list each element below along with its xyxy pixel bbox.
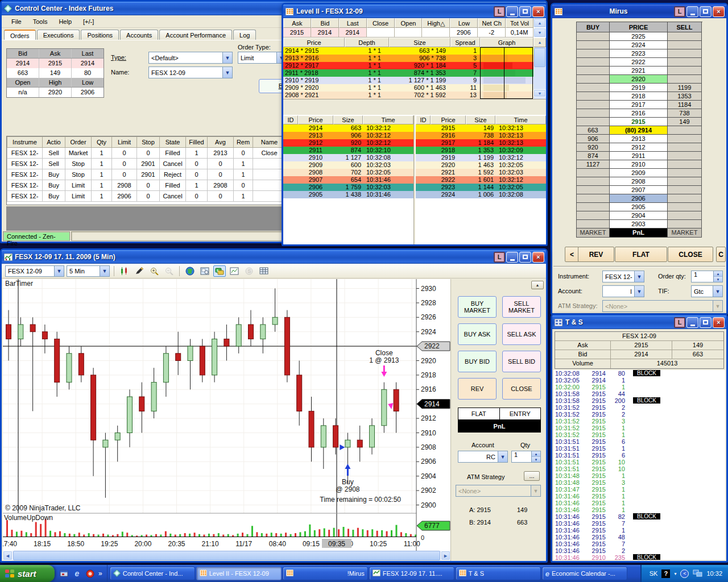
- mirus-price-cell[interactable]: 2922: [610, 58, 668, 66]
- mirus-sell-cell[interactable]: [668, 186, 702, 194]
- tape-row[interactable]: 291673810:32:13: [416, 132, 546, 139]
- mirus-dom-row[interactable]: 2915149: [577, 118, 702, 126]
- mirus-order-qty[interactable]: 1 ▲▼: [691, 271, 723, 282]
- mini-chart-button[interactable]: [228, 265, 241, 277]
- sell-market-button[interactable]: SELL MARKET: [502, 296, 541, 318]
- l2-quote-header-close[interactable]: Close: [367, 18, 395, 28]
- mirus-dom-row[interactable]: 2922: [577, 58, 702, 66]
- mirus-price-cell[interactable]: 2921: [610, 66, 668, 75]
- chevron-down-icon[interactable]: ▼: [634, 271, 644, 282]
- mirus-buy-cell[interactable]: [577, 211, 610, 220]
- tape-header-size[interactable]: Size: [333, 115, 363, 124]
- mirus-price-cell[interactable]: 2912: [610, 143, 668, 152]
- mirus-atm-select[interactable]: <None>▼: [602, 300, 723, 312]
- type-select[interactable]: <Default>▼: [148, 52, 233, 64]
- chevron-down-icon[interactable]: ▼: [222, 52, 232, 63]
- l2-depth-header-size[interactable]: Size: [389, 38, 450, 47]
- mirus-buy-cell[interactable]: [577, 49, 610, 58]
- tape-row[interactable]: 29241 00610:32:08: [416, 191, 546, 198]
- l2-quote-header-high[interactable]: High△: [422, 18, 450, 28]
- scroll-left-icon[interactable]: ◄: [3, 551, 13, 560]
- maximize-button[interactable]: [519, 6, 531, 17]
- mirus-price-cell[interactable]: 2910: [610, 160, 668, 169]
- mirus-sell-cell[interactable]: [668, 152, 702, 160]
- mirus-buy-cell[interactable]: [577, 84, 610, 92]
- mirus-sell-cell[interactable]: [668, 75, 702, 84]
- mirus-price-cell[interactable]: 2917: [610, 101, 668, 109]
- mirus-dom-row[interactable]: 2920: [577, 75, 702, 84]
- tab-account-performance[interactable]: Account Performance: [159, 30, 232, 40]
- mirus-sell-cell[interactable]: [668, 220, 702, 228]
- mirus-tif-select[interactable]: Gtc▼: [691, 285, 723, 297]
- mirus-price-cell[interactable]: (80) 2914: [610, 126, 668, 135]
- close-button[interactable]: ×: [532, 252, 544, 263]
- atm-more-button[interactable]: ...: [524, 471, 540, 481]
- chart-plot[interactable]: 2930292829262924292229202918291629142912…: [3, 279, 450, 551]
- globe-button[interactable]: [184, 265, 196, 277]
- l2-quote-header-bid[interactable]: Bid: [311, 18, 339, 28]
- mirus-price-cell[interactable]: 2911: [610, 152, 668, 160]
- mirus-sell-cell[interactable]: [668, 126, 702, 135]
- task-economic-calendar-[interactable]: eEconomic Calendar -...: [542, 567, 627, 580]
- mirus-header-price[interactable]: PRICE: [610, 22, 668, 32]
- order-type-select[interactable]: Limit▼: [238, 52, 287, 64]
- mirus-sell-cell[interactable]: [668, 135, 702, 143]
- tape-header-id[interactable]: ID: [416, 115, 431, 124]
- tape-row[interactable]: 29061 75910:32:03: [283, 184, 413, 191]
- help-tray-icon[interactable]: ?: [661, 569, 670, 578]
- tab-positions[interactable]: Positions: [81, 30, 119, 40]
- strategy-button[interactable]: S: [243, 265, 255, 277]
- mirus-dom-row[interactable]: 11272910: [577, 160, 702, 169]
- mirus-dom-row[interactable]: 2904: [577, 211, 702, 220]
- mirus-buy-cell[interactable]: 874: [577, 152, 610, 160]
- mirus-price-cell[interactable]: 2916: [610, 109, 668, 118]
- maximize-button[interactable]: [700, 6, 712, 17]
- mirus-buy-cell[interactable]: [577, 66, 610, 75]
- l2-depth-header-price[interactable]: Price: [283, 38, 345, 47]
- mirus-dom-row[interactable]: 29171184: [577, 101, 702, 109]
- mirus-sell-cell[interactable]: 1184: [668, 101, 702, 109]
- mirus-buy-cell[interactable]: [577, 41, 610, 49]
- tape-row[interactable]: 29221 60110:32:12: [416, 176, 546, 184]
- l2-quote-header-totvol[interactable]: Tot Vol: [506, 18, 533, 28]
- mirus-sell-cell[interactable]: [668, 177, 702, 186]
- panel-atm-select[interactable]: <None>▼: [456, 485, 541, 497]
- order-row[interactable]: FESX 12-BuyStop102901Reject001: [7, 169, 286, 180]
- mirus-buy-cell[interactable]: [577, 177, 610, 186]
- mirus-sell-cell[interactable]: [668, 41, 702, 49]
- region-button[interactable]: [198, 265, 211, 277]
- mirus-dom-row[interactable]: 8742911: [577, 152, 702, 160]
- mirus-dom-row[interactable]: 2925: [577, 32, 702, 41]
- scroll-thumb[interactable]: [534, 48, 545, 67]
- mirus-sell-cell[interactable]: [668, 32, 702, 41]
- ts-trade-list[interactable]: 10:32:08291480BLOCK10:32:052914110:32:00…: [553, 370, 725, 560]
- tape-row[interactable]: 29051 43810:31:46: [283, 191, 413, 198]
- mirus-buy-cell[interactable]: 920: [577, 143, 610, 152]
- scroll-up-icon[interactable]: ▲: [533, 18, 546, 28]
- zoom-in-button[interactable]: [148, 265, 160, 277]
- orders-col-actio[interactable]: Actio: [43, 137, 65, 148]
- mirus-price-cell[interactable]: 2918: [610, 92, 668, 101]
- language-indicator[interactable]: SK: [650, 570, 658, 577]
- mirus-buy-cell[interactable]: [577, 32, 610, 41]
- tape-row[interactable]: 291390610:32:12: [283, 132, 413, 139]
- chart-period-select[interactable]: 5 Min▼: [67, 265, 110, 277]
- tape-row[interactable]: 291514910:32:13: [416, 124, 546, 132]
- mirus-price-cell[interactable]: 2925: [610, 32, 668, 41]
- l2-quote-header-last[interactable]: Last: [339, 18, 367, 28]
- scroll-down-icon[interactable]: ▼: [533, 28, 546, 38]
- tab-orders[interactable]: Orders: [4, 30, 36, 40]
- maximize-button[interactable]: [700, 317, 712, 328]
- close-button[interactable]: CLOSE: [502, 378, 541, 400]
- mirus-price-cell[interactable]: 2903: [610, 220, 668, 228]
- sell-bid-button[interactable]: SELL BID: [502, 351, 541, 372]
- browser-icon[interactable]: [85, 569, 95, 579]
- l2-depth-row[interactable]: 2912 * 29171 * 1920 * 1 1845: [283, 62, 533, 69]
- buy-market-button[interactable]: BUY MARKET: [458, 296, 497, 318]
- order-row[interactable]: FESX 12-SellStop102901Cancel001: [7, 159, 286, 169]
- mirus-sell-cell[interactable]: 1353: [668, 92, 702, 101]
- mirus-dom-row[interactable]: 2907: [577, 186, 702, 194]
- chart-titlebar[interactable]: FESX 12-09 17. 11. 2009 (5 Min) L ×: [2, 250, 546, 264]
- mirus-titlebar[interactable]: Mirus L ×: [552, 5, 726, 18]
- ts-titlebar[interactable]: T & S L ×: [552, 315, 726, 329]
